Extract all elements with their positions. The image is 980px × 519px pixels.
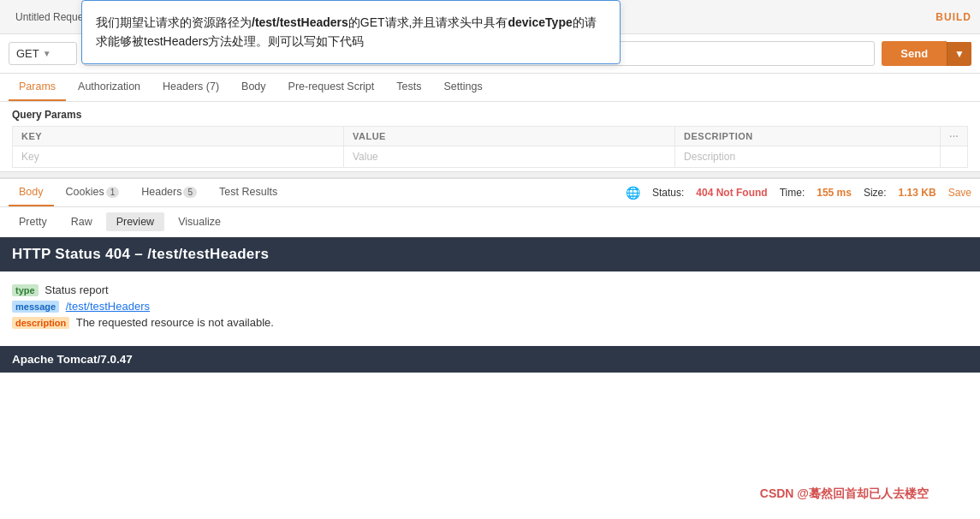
method-select[interactable]: GET ▼: [9, 42, 77, 65]
response-meta: 🌐 Status: 404 Not Found Time: 155 ms Siz…: [626, 186, 971, 200]
type-value: Status report: [45, 283, 108, 296]
col-header-more: ···: [941, 127, 968, 146]
view-tab-pretty[interactable]: Pretty: [9, 212, 57, 231]
http-line-message: message /test/testHeaders: [12, 300, 968, 313]
res-tab-cookies[interactable]: Cookies1: [56, 179, 130, 206]
tooltip-text2: 的GET请求,并且请求头中具有: [348, 15, 508, 29]
key-cell[interactable]: Key: [13, 146, 344, 168]
table-row: Key Value Description: [13, 146, 968, 168]
size-value: 1.13 KB: [899, 187, 936, 199]
res-tab-test-results[interactable]: Test Results: [209, 179, 288, 206]
col-header-key: KEY: [13, 127, 344, 146]
method-label: GET: [16, 47, 39, 60]
tooltip-popup: 我们期望让请求的资源路径为/test/testHeaders的GET请求,并且请…: [81, 0, 621, 64]
request-tabs: Params Authorization Headers (7) Body Pr…: [0, 74, 980, 102]
tab-params[interactable]: Params: [9, 74, 66, 101]
value-cell[interactable]: Value: [343, 146, 674, 168]
tooltip-bold2: deviceType: [508, 15, 573, 29]
col-header-description: DESCRIPTION: [675, 127, 941, 146]
tab-settings[interactable]: Settings: [433, 74, 492, 101]
status-value: 404 Not Found: [696, 187, 767, 199]
watermark: CSDN @蓦然回首却已人去楼空: [760, 486, 929, 502]
send-button[interactable]: Send: [882, 41, 947, 66]
status-label: Status:: [652, 187, 684, 199]
time-value: 155 ms: [817, 187, 852, 199]
tab-pre-request[interactable]: Pre-request Script: [278, 74, 385, 101]
view-tab-visualize[interactable]: Visualize: [168, 212, 231, 231]
query-params-title: Query Params: [12, 109, 968, 121]
http-line-description: description The requested resource is no…: [12, 316, 968, 329]
send-btn-group: Send ▼: [882, 41, 971, 66]
tab-authorization[interactable]: Authorization: [68, 74, 151, 101]
headers-label: Headers: [141, 186, 181, 198]
section-divider: [0, 171, 980, 178]
view-tabs: Pretty Raw Preview Visualize: [0, 207, 980, 237]
tab-headers[interactable]: Headers (7): [152, 74, 229, 101]
more-cell: [941, 146, 968, 168]
save-button[interactable]: Save: [948, 187, 971, 199]
description-label: description: [12, 317, 69, 329]
globe-icon[interactable]: 🌐: [626, 186, 640, 200]
headers-badge: 5: [183, 187, 197, 198]
http-status-header: HTTP Status 404 – /test/testHeaders: [0, 237, 980, 271]
message-link[interactable]: /test/testHeaders: [66, 300, 150, 313]
tooltip-text1: 我们期望让请求的资源路径为: [96, 15, 252, 29]
res-tab-body[interactable]: Body: [9, 179, 54, 206]
build-button[interactable]: BUILD: [935, 11, 971, 23]
http-body-content: type Status report message /test/testHea…: [0, 271, 980, 341]
view-tab-preview[interactable]: Preview: [106, 212, 164, 231]
col-header-value: VALUE: [343, 127, 674, 146]
time-label: Time:: [780, 187, 805, 199]
view-tab-raw[interactable]: Raw: [61, 212, 103, 231]
cookies-badge: 1: [106, 187, 120, 198]
http-line-type: type Status report: [12, 283, 968, 296]
apache-bar: Apache Tomcat/7.0.47: [0, 346, 980, 373]
response-tabs: Body Cookies1 Headers5 Test Results 🌐 St…: [0, 178, 980, 207]
size-label: Size:: [864, 187, 887, 199]
cookies-label: Cookies: [66, 186, 104, 198]
chevron-down-icon: ▼: [43, 49, 51, 58]
description-value: The requested resource is not available.: [76, 316, 274, 329]
tab-body[interactable]: Body: [231, 74, 276, 101]
message-label: message: [12, 301, 59, 313]
params-table: KEY VALUE DESCRIPTION ··· Key Value Desc…: [12, 126, 968, 168]
res-tab-headers[interactable]: Headers5: [131, 179, 207, 206]
query-params-section: Query Params KEY VALUE DESCRIPTION ··· K…: [0, 102, 980, 171]
tab-tests[interactable]: Tests: [386, 74, 431, 101]
tooltip-bold1: /test/testHeaders: [252, 15, 348, 29]
http-response-body: HTTP Status 404 – /test/testHeaders type…: [0, 237, 980, 373]
type-label: type: [12, 284, 39, 296]
send-dropdown-button[interactable]: ▼: [947, 42, 971, 66]
description-cell[interactable]: Description: [675, 146, 941, 168]
